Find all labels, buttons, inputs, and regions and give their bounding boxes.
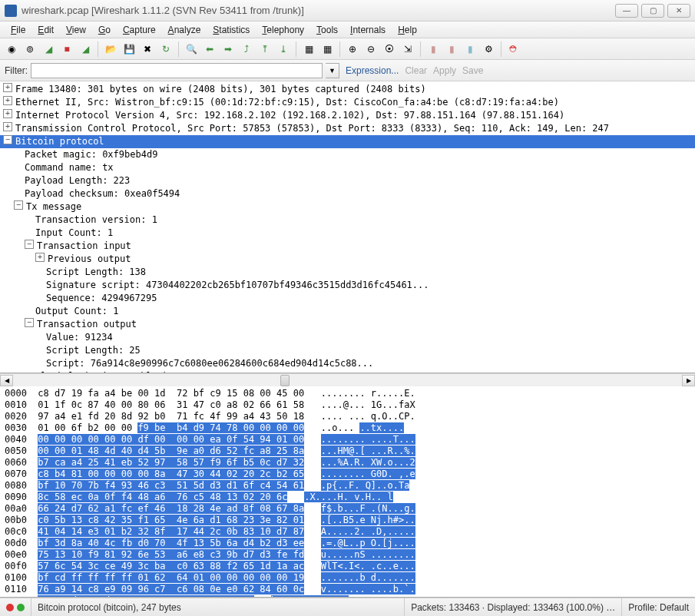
- tree-sigscript[interactable]: Signature script: 47304402202cb265bf1070…: [46, 279, 429, 292]
- hex-row[interactable]: 00f0 57 6c 54 3c ce 49 3c ba c0 63 88 f2…: [0, 561, 695, 572]
- tree-outscriptlen[interactable]: Script Length: 25: [46, 344, 141, 357]
- collapse-icon[interactable]: [14, 200, 23, 210]
- hex-row[interactable]: 0030 01 00 6f b2 00 00 f9 be b4 d9 74 78…: [0, 422, 695, 434]
- help-icon[interactable]: ⛑: [505, 41, 522, 58]
- expand-icon[interactable]: [3, 122, 12, 131]
- collapse-icon[interactable]: [25, 240, 34, 249]
- expand-icon[interactable]: [3, 83, 12, 92]
- tree-sequence[interactable]: Sequence: 4294967295: [46, 292, 157, 305]
- save-icon[interactable]: 💾: [121, 41, 137, 58]
- expand-icon[interactable]: [3, 96, 12, 105]
- capture-filters-icon[interactable]: ▮: [425, 41, 442, 58]
- expression-link[interactable]: Expression...: [346, 65, 399, 76]
- minimize-button[interactable]: —: [615, 4, 638, 18]
- expand-icon[interactable]: [35, 253, 45, 262]
- menu-view[interactable]: View: [60, 23, 92, 37]
- scroll-thumb[interactable]: [280, 375, 290, 386]
- scroll-right-icon[interactable]: ▶: [682, 375, 695, 386]
- close-file-icon[interactable]: ✖: [139, 41, 156, 58]
- tree-txin[interactable]: Transaction input: [37, 240, 131, 253]
- tree-scriptlen[interactable]: Script Length: 138: [46, 266, 146, 279]
- menu-capture[interactable]: Capture: [117, 23, 162, 37]
- tree-frame[interactable]: Frame 13480: 301 bytes on wire (2408 bit…: [15, 83, 426, 96]
- last-icon[interactable]: ⤓: [275, 41, 292, 58]
- menu-internals[interactable]: Internals: [344, 23, 392, 37]
- tree-value[interactable]: Value: 91234: [46, 331, 113, 344]
- restart-capture-icon[interactable]: ◢: [77, 41, 94, 58]
- packet-bytes-pane[interactable]: 0000 c8 d7 19 fa a4 be 00 1d 72 bf c9 15…: [0, 386, 695, 598]
- hex-row[interactable]: 0070 c8 b4 81 00 00 00 00 8a 47 30 44 02…: [0, 469, 695, 480]
- forward-icon[interactable]: ➡: [220, 41, 237, 58]
- tree-ip[interactable]: Internet Protocol Version 4, Src: 192.16…: [15, 109, 564, 122]
- start-capture-icon[interactable]: ◢: [40, 41, 57, 58]
- hex-row[interactable]: 0000 c8 d7 19 fa a4 be 00 1d 72 bf c9 15…: [0, 388, 695, 399]
- save-link[interactable]: Save: [462, 65, 483, 76]
- clear-link[interactable]: Clear: [405, 65, 427, 76]
- packet-details-pane[interactable]: Frame 13480: 301 bytes on wire (2408 bit…: [0, 81, 695, 373]
- stop-capture-icon[interactable]: ■: [58, 41, 75, 58]
- tree-outcount[interactable]: Output Count: 1: [35, 305, 118, 318]
- expand-icon[interactable]: [3, 109, 12, 118]
- tree-prevout[interactable]: Previous output: [48, 253, 131, 266]
- first-icon[interactable]: ⤒: [256, 41, 273, 58]
- tree-tcp[interactable]: Transmission Control Protocol, Src Port:…: [15, 122, 609, 135]
- goto-icon[interactable]: ⤴: [238, 41, 255, 58]
- options-icon[interactable]: ⊚: [22, 41, 38, 58]
- tree-outscript[interactable]: Script: 76a914c8e90996c7c6080ee06284600c…: [46, 357, 373, 370]
- menu-edit[interactable]: Edit: [31, 23, 60, 37]
- hex-row[interactable]: 0100 bf cd ff ff ff ff 01 62 64 01 00 00…: [0, 572, 695, 584]
- details-scrollbar[interactable]: ◀ ▶: [0, 373, 695, 386]
- reload-icon[interactable]: ↻: [157, 41, 174, 58]
- menu-help[interactable]: Help: [392, 23, 423, 37]
- autoscroll-icon[interactable]: ▦: [319, 41, 336, 58]
- hex-row[interactable]: 0110 76 a9 14 c8 e9 09 96 c7 c6 08 0e e0…: [0, 584, 695, 595]
- collapse-icon[interactable]: [3, 135, 12, 144]
- capture-status-icon[interactable]: [17, 604, 25, 611]
- tree-magic[interactable]: Packet magic: 0xf9beb4d9: [25, 148, 157, 161]
- filter-dropdown-icon[interactable]: ▼: [326, 63, 339, 78]
- hex-row[interactable]: 00e0 75 13 10 f9 81 92 6e 53 a6 e8 c3 9b…: [0, 549, 695, 561]
- scroll-track[interactable]: [13, 375, 682, 386]
- close-button[interactable]: ✕: [667, 4, 690, 18]
- hex-row[interactable]: 00d0 bf 3d 8a 40 4c fb d0 70 4f 13 5b 6a…: [0, 538, 695, 549]
- hex-row[interactable]: 0040 00 00 00 00 00 00 df 00 00 00 ea 0f…: [0, 434, 695, 445]
- back-icon[interactable]: ⬅: [201, 41, 218, 58]
- menu-statistics[interactable]: Statistics: [207, 23, 256, 37]
- zoom-in-icon[interactable]: ⊕: [344, 41, 361, 58]
- status-profile[interactable]: Profile: Default: [622, 598, 695, 616]
- tree-txver[interactable]: Transaction version: 1: [35, 214, 157, 227]
- menu-tools[interactable]: Tools: [310, 23, 344, 37]
- tree-txmsg[interactable]: Tx message: [26, 200, 81, 214]
- menu-analyze[interactable]: Analyze: [162, 23, 207, 37]
- menu-go[interactable]: Go: [92, 23, 117, 37]
- maximize-button[interactable]: ▢: [641, 4, 664, 18]
- hex-row[interactable]: 0080 bf 10 70 7b f4 93 46 c3 51 5d d3 d1…: [0, 480, 695, 492]
- menu-file[interactable]: File: [5, 23, 31, 37]
- tree-cmd[interactable]: Command name: tx: [25, 161, 114, 174]
- hex-row[interactable]: 0060 b7 ca a4 25 41 eb 52 97 58 57 f9 6f…: [0, 457, 695, 469]
- status-packets[interactable]: Packets: 133463 · Displayed: 133463 (100…: [405, 598, 622, 616]
- hex-row[interactable]: 0010 01 1f 0c 87 40 00 80 06 31 47 c0 a8…: [0, 399, 695, 411]
- collapse-icon[interactable]: [25, 318, 34, 327]
- zoom-out-icon[interactable]: ⊖: [362, 41, 379, 58]
- hex-row[interactable]: 00a0 66 24 d7 62 a1 fc ef 46 18 28 4e ad…: [0, 503, 695, 515]
- status-proto[interactable]: Bitcoin protocol (bitcoin), 247 bytes: [31, 598, 405, 616]
- hex-row[interactable]: 00b0 c0 5b 13 c8 42 35 f1 65 4e 6a d1 68…: [0, 515, 695, 526]
- find-icon[interactable]: 🔍: [183, 41, 200, 58]
- hex-row[interactable]: 0050 00 00 01 48 4d 40 d4 5b 9e a0 d6 52…: [0, 445, 695, 457]
- interfaces-icon[interactable]: ◉: [3, 41, 20, 58]
- zoom-reset-icon[interactable]: ⦿: [381, 41, 398, 58]
- hex-row[interactable]: 0090 8c 58 ec 0a 0f f4 48 a6 76 c5 48 13…: [0, 492, 695, 503]
- tree-txout[interactable]: Transaction output: [37, 318, 137, 331]
- tree-ethernet[interactable]: Ethernet II, Src: Wistron_bf:c9:15 (00:1…: [15, 96, 559, 109]
- expert-info-icon[interactable]: [6, 604, 14, 611]
- display-filters-icon[interactable]: ▮: [443, 41, 460, 58]
- tree-bitcoin[interactable]: Bitcoin protocol: [15, 135, 104, 148]
- prefs-icon[interactable]: ⚙: [480, 41, 497, 58]
- scroll-left-icon[interactable]: ◀: [0, 375, 13, 386]
- tree-pchk[interactable]: Payload checksum: 0xea0f5494: [25, 187, 180, 200]
- coloring-rules-icon[interactable]: ▮: [462, 41, 478, 58]
- open-icon[interactable]: 📂: [102, 41, 119, 58]
- hex-row[interactable]: 00c0 41 04 14 e3 01 b2 32 8f 17 44 2c 0b…: [0, 526, 695, 538]
- tree-incount[interactable]: Input Count: 1: [35, 227, 113, 240]
